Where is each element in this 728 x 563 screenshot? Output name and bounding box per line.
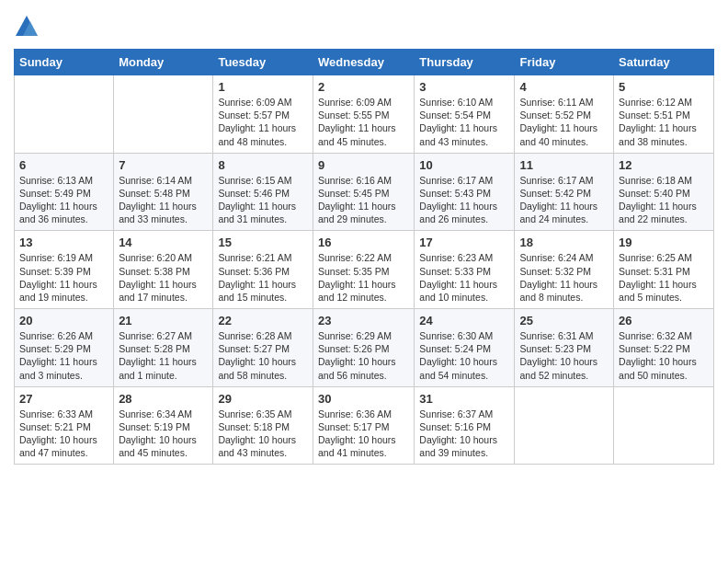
sunrise-text: Sunrise: 6:32 AM: [619, 330, 692, 341]
sunset-text: Sunset: 5:27 PM: [218, 343, 290, 354]
day-number: 19: [619, 236, 709, 249]
calendar-cell: 3 Sunrise: 6:10 AM Sunset: 5:54 PM Dayli…: [415, 75, 515, 154]
sunset-text: Sunset: 5:49 PM: [19, 188, 91, 199]
sunrise-text: Sunrise: 6:10 AM: [419, 97, 493, 108]
day-number: 23: [318, 314, 409, 327]
day-number: 26: [619, 314, 709, 327]
cell-content: Sunrise: 6:09 AM Sunset: 5:55 PM Dayligh…: [318, 96, 409, 148]
cell-content: Sunrise: 6:16 AM Sunset: 5:45 PM Dayligh…: [318, 174, 409, 226]
cell-content: Sunrise: 6:34 AM Sunset: 5:19 PM Dayligh…: [119, 408, 208, 460]
header-wednesday: Wednesday: [313, 50, 414, 75]
cell-content: Sunrise: 6:30 AM Sunset: 5:24 PM Dayligh…: [419, 329, 509, 382]
sunset-text: Sunset: 5:31 PM: [619, 266, 690, 277]
daylight-text: Daylight: 11 hours and 5 minutes.: [619, 279, 697, 303]
calendar-cell: 31 Sunrise: 6:37 AM Sunset: 5:16 PM Dayl…: [415, 386, 515, 465]
sunset-text: Sunset: 5:43 PM: [419, 188, 491, 199]
daylight-text: Daylight: 11 hours and 1 minute.: [119, 356, 197, 380]
sunrise-text: Sunrise: 6:34 AM: [119, 408, 192, 419]
calendar-cell: 8 Sunrise: 6:15 AM Sunset: 5:46 PM Dayli…: [213, 153, 313, 231]
cell-content: Sunrise: 6:13 AM Sunset: 5:49 PM Dayligh…: [19, 174, 108, 226]
calendar-cell: 20 Sunrise: 6:26 AM Sunset: 5:29 PM Dayl…: [15, 309, 114, 387]
sunrise-text: Sunrise: 6:37 AM: [419, 408, 493, 419]
sunset-text: Sunset: 5:33 PM: [419, 266, 491, 277]
calendar-cell: 15 Sunrise: 6:21 AM Sunset: 5:36 PM Dayl…: [213, 231, 313, 309]
calendar-cell: 12 Sunrise: 6:18 AM Sunset: 5:40 PM Dayl…: [614, 153, 714, 231]
daylight-text: Daylight: 11 hours and 24 minutes.: [519, 201, 597, 224]
calendar-cell: 9 Sunrise: 6:16 AM Sunset: 5:45 PM Dayli…: [313, 153, 414, 231]
day-number: 29: [218, 392, 308, 406]
calendar-cell: 23 Sunrise: 6:29 AM Sunset: 5:26 PM Dayl…: [313, 309, 414, 387]
sunset-text: Sunset: 5:42 PM: [519, 188, 591, 199]
daylight-text: Daylight: 10 hours and 56 minutes.: [318, 356, 396, 380]
calendar-cell: 25 Sunrise: 6:31 AM Sunset: 5:23 PM Dayl…: [515, 309, 614, 387]
sunset-text: Sunset: 5:51 PM: [619, 109, 690, 121]
day-number: 8: [218, 158, 308, 172]
calendar-cell: 19 Sunrise: 6:25 AM Sunset: 5:31 PM Dayl…: [614, 231, 714, 309]
cell-content: Sunrise: 6:20 AM Sunset: 5:38 PM Dayligh…: [119, 251, 208, 304]
sunrise-text: Sunrise: 6:27 AM: [119, 330, 192, 341]
day-number: 6: [19, 158, 108, 172]
day-number: 21: [119, 314, 208, 327]
day-number: 30: [318, 392, 409, 406]
day-number: 31: [419, 392, 509, 406]
day-number: 12: [619, 158, 709, 172]
cell-content: Sunrise: 6:28 AM Sunset: 5:27 PM Dayligh…: [218, 329, 308, 382]
calendar-cell: 26 Sunrise: 6:32 AM Sunset: 5:22 PM Dayl…: [614, 309, 714, 387]
header-friday: Friday: [515, 50, 614, 75]
day-number: 10: [419, 158, 509, 172]
calendar-row: 13 Sunrise: 6:19 AM Sunset: 5:39 PM Dayl…: [15, 231, 714, 309]
daylight-text: Daylight: 10 hours and 39 minutes.: [419, 434, 497, 458]
daylight-text: Daylight: 11 hours and 43 minutes.: [419, 122, 497, 146]
cell-content: Sunrise: 6:26 AM Sunset: 5:29 PM Dayligh…: [19, 329, 108, 382]
calendar-cell: 22 Sunrise: 6:28 AM Sunset: 5:27 PM Dayl…: [213, 309, 313, 387]
day-number: 22: [218, 314, 308, 327]
daylight-text: Daylight: 11 hours and 38 minutes.: [619, 122, 697, 146]
calendar-row: 20 Sunrise: 6:26 AM Sunset: 5:29 PM Dayl…: [15, 309, 714, 387]
day-number: 9: [318, 158, 409, 172]
cell-content: Sunrise: 6:14 AM Sunset: 5:48 PM Dayligh…: [119, 174, 208, 226]
day-number: 17: [419, 236, 509, 249]
sunset-text: Sunset: 5:54 PM: [419, 109, 491, 121]
day-number: 2: [318, 80, 409, 94]
sunrise-text: Sunrise: 6:20 AM: [119, 252, 192, 263]
logo: [14, 14, 43, 40]
day-number: 25: [519, 314, 609, 327]
sunrise-text: Sunrise: 6:19 AM: [19, 252, 93, 263]
daylight-text: Daylight: 11 hours and 19 minutes.: [19, 279, 97, 303]
daylight-text: Daylight: 10 hours and 45 minutes.: [119, 434, 197, 458]
sunset-text: Sunset: 5:16 PM: [419, 421, 491, 432]
day-number: 11: [519, 158, 609, 172]
sunrise-text: Sunrise: 6:09 AM: [318, 97, 392, 108]
daylight-text: Daylight: 10 hours and 50 minutes.: [619, 356, 697, 380]
sunrise-text: Sunrise: 6:14 AM: [119, 175, 192, 186]
cell-content: Sunrise: 6:24 AM Sunset: 5:32 PM Dayligh…: [519, 251, 609, 304]
calendar-row: 6 Sunrise: 6:13 AM Sunset: 5:49 PM Dayli…: [15, 153, 714, 231]
sunset-text: Sunset: 5:38 PM: [119, 266, 190, 277]
day-number: 4: [519, 80, 609, 94]
calendar-cell: 14 Sunrise: 6:20 AM Sunset: 5:38 PM Dayl…: [114, 231, 213, 309]
sunrise-text: Sunrise: 6:30 AM: [419, 330, 493, 341]
sunrise-text: Sunrise: 6:18 AM: [619, 175, 692, 186]
daylight-text: Daylight: 11 hours and 10 minutes.: [419, 279, 497, 303]
sunrise-text: Sunrise: 6:24 AM: [519, 252, 593, 263]
day-number: 27: [19, 392, 108, 406]
cell-content: Sunrise: 6:12 AM Sunset: 5:51 PM Dayligh…: [619, 96, 709, 148]
day-number: 28: [119, 392, 208, 406]
sunrise-text: Sunrise: 6:26 AM: [19, 330, 93, 341]
sunset-text: Sunset: 5:23 PM: [519, 343, 591, 354]
daylight-text: Daylight: 11 hours and 40 minutes.: [519, 122, 597, 146]
day-number: 24: [419, 314, 509, 327]
day-number: 20: [19, 314, 108, 327]
header-monday: Monday: [114, 50, 213, 75]
calendar-cell: [114, 75, 213, 154]
calendar-row: 1 Sunrise: 6:09 AM Sunset: 5:57 PM Dayli…: [15, 75, 714, 154]
sunset-text: Sunset: 5:29 PM: [19, 343, 91, 354]
calendar-cell: [614, 386, 714, 465]
day-number: 16: [318, 236, 409, 249]
day-number: 5: [619, 80, 709, 94]
day-number: 3: [419, 80, 509, 94]
sunset-text: Sunset: 5:28 PM: [119, 343, 190, 354]
cell-content: Sunrise: 6:31 AM Sunset: 5:23 PM Dayligh…: [519, 329, 609, 382]
calendar-cell: [515, 386, 614, 465]
sunset-text: Sunset: 5:18 PM: [218, 421, 290, 432]
